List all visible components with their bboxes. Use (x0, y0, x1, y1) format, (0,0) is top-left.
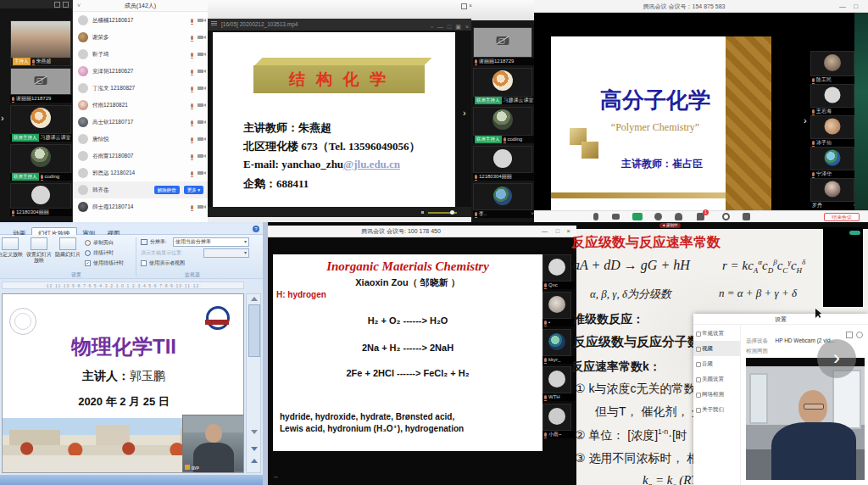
pin-icon[interactable]: ▫ (431, 24, 433, 30)
hide-slide-button[interactable]: 隐藏幻灯片 (54, 237, 81, 258)
video-tile[interactable] (810, 178, 854, 202)
prev-slide-icon[interactable] (251, 447, 258, 451)
video-tile[interactable] (473, 183, 532, 210)
member-row-hovered[interactable]: 韩齐岳 解除静音 更多 ▾ (73, 181, 209, 198)
use-timings-option[interactable]: ✓使用排练计时 (85, 259, 124, 267)
mic-icon[interactable] (191, 36, 193, 40)
settings-item-network[interactable]: 网络检测 (693, 387, 740, 402)
camera-icon[interactable] (198, 103, 203, 107)
checkbox-checked-icon[interactable]: ✓ (85, 260, 91, 266)
member-row[interactable]: 薛士霞12180714 (73, 198, 209, 215)
member-row[interactable]: 郭恩远 12180214 (73, 164, 209, 181)
scroll-up-icon[interactable] (251, 297, 258, 301)
expand-icon[interactable] (54, 2, 60, 8)
show-on-dropdown[interactable]: ▾ (203, 248, 249, 258)
mic-icon[interactable] (191, 205, 193, 209)
mic-icon[interactable] (191, 19, 193, 23)
strip-expand-arrow[interactable]: › (1, 114, 4, 123)
video-tile[interactable] (810, 84, 854, 108)
player-titlebar[interactable]: [16/05] 20200212_103513.mp4 ▫—□▣× (208, 19, 471, 31)
mic-icon[interactable] (191, 154, 193, 159)
mic-icon[interactable] (191, 103, 193, 108)
video-tile[interactable] (810, 51, 854, 76)
member-row[interactable]: 谷雨宣12180807 (73, 148, 209, 164)
camera-icon[interactable] (198, 120, 203, 124)
video-tile[interactable] (542, 292, 571, 319)
camera-icon[interactable] (198, 36, 203, 39)
maximize-icon[interactable]: □ (556, 226, 559, 237)
camera-icon[interactable] (198, 86, 203, 90)
video-tile[interactable] (542, 366, 571, 393)
member-row[interactable]: 党泽韬12180627 (73, 63, 209, 80)
window-button-icon[interactable] (461, 3, 467, 9)
record-narration-option[interactable]: 录制旁白 (85, 239, 114, 247)
camera-icon[interactable] (198, 70, 203, 73)
settings-item-beauty[interactable]: 美颜设置 (693, 371, 740, 387)
close-icon[interactable]: × (566, 226, 570, 237)
settings-item-audio[interactable]: 音频 (693, 356, 740, 371)
mic-icon[interactable] (191, 70, 193, 74)
strip-expand-arrow[interactable]: › (463, 109, 466, 118)
fullscreen-icon[interactable]: ▣ (455, 24, 461, 30)
teacher-webcam[interactable]: gyp (182, 415, 244, 472)
mic-icon[interactable] (191, 171, 193, 176)
next-page-overlay-button[interactable]: › (817, 339, 856, 378)
video-tile[interactable] (473, 68, 532, 97)
member-row[interactable]: 丁泓文 12180827 (73, 80, 209, 97)
volume-slider[interactable] (428, 212, 457, 214)
scroll-down-icon[interactable] (251, 430, 258, 434)
minimize-icon[interactable]: — (839, 0, 846, 13)
resize-icon[interactable]: ↔ (273, 473, 279, 479)
members-icon[interactable] (675, 213, 682, 220)
video-tile[interactable] (542, 254, 571, 282)
video-tile[interactable] (10, 144, 71, 173)
record-icon[interactable] (722, 213, 730, 220)
camera-icon[interactable] (198, 19, 203, 22)
bm-titlebar[interactable]: 腾讯会议 会议号: 100 178 450 — □ × (268, 226, 576, 237)
video-tile[interactable] (10, 183, 71, 209)
video-tile[interactable] (10, 105, 71, 134)
volume-icon[interactable] (421, 211, 424, 214)
slide-scrollbar[interactable] (246, 293, 261, 473)
collapse-chevron-icon[interactable]: ˅ (77, 0, 81, 11)
invite-icon[interactable] (654, 213, 662, 220)
help-icon[interactable]: ? (253, 226, 259, 232)
video-tile-host[interactable]: 主持人朱燕超 (10, 20, 71, 66)
member-row[interactable]: 唐怡悦 (73, 131, 209, 148)
maximize-icon[interactable]: □ (448, 24, 451, 30)
menu-icon[interactable] (211, 21, 217, 22)
member-row[interactable]: 丛楠楠12180617 (73, 12, 209, 29)
floating-video-window[interactable] (823, 227, 863, 307)
member-row[interactable]: 高士钦12180717 (73, 114, 209, 131)
share-screen-icon[interactable] (632, 213, 643, 220)
member-row[interactable]: 付雨12180821 (73, 97, 209, 114)
settings-item-video[interactable]: 视频 (693, 341, 740, 356)
presenter-view-option[interactable]: 使用演示者视图 (141, 259, 185, 267)
next-slide-icon[interactable] (251, 459, 258, 463)
volume-slider-handle[interactable] (450, 210, 454, 215)
camera-toggle-pill[interactable] (849, 231, 860, 235)
mirror-icon[interactable] (846, 332, 853, 338)
minimize-icon[interactable]: — (437, 24, 443, 30)
camera-icon[interactable] (198, 171, 203, 175)
minimize-icon[interactable]: — (542, 226, 548, 237)
strip-expand-arrow[interactable]: › (804, 116, 807, 125)
video-tile-camera-off[interactable] (473, 27, 532, 58)
camera-icon[interactable] (198, 154, 203, 158)
mic-icon[interactable] (191, 86, 193, 91)
mic-icon[interactable] (191, 137, 193, 142)
more-button[interactable]: 更多 ▾ (184, 186, 203, 194)
resolution-dropdown[interactable]: ▾使用当前分辨率 (173, 237, 249, 247)
video-tile[interactable] (542, 404, 571, 431)
checkbox-icon[interactable] (141, 260, 147, 266)
camera-icon[interactable] (198, 137, 203, 141)
member-row[interactable]: 靳子琦 (73, 46, 209, 63)
settings-icon[interactable] (743, 213, 750, 220)
end-meeting-button[interactable]: 结束会议 (824, 213, 860, 221)
rotate-icon[interactable] (856, 332, 863, 338)
close-icon[interactable]: × (465, 24, 469, 30)
setup-slideshow-button[interactable]: 设置幻灯片放映 (25, 237, 53, 263)
video-tile[interactable] (810, 147, 854, 170)
camera-toolbar-icon[interactable] (612, 214, 620, 220)
settings-item-general[interactable]: 常规设置 (693, 326, 740, 341)
